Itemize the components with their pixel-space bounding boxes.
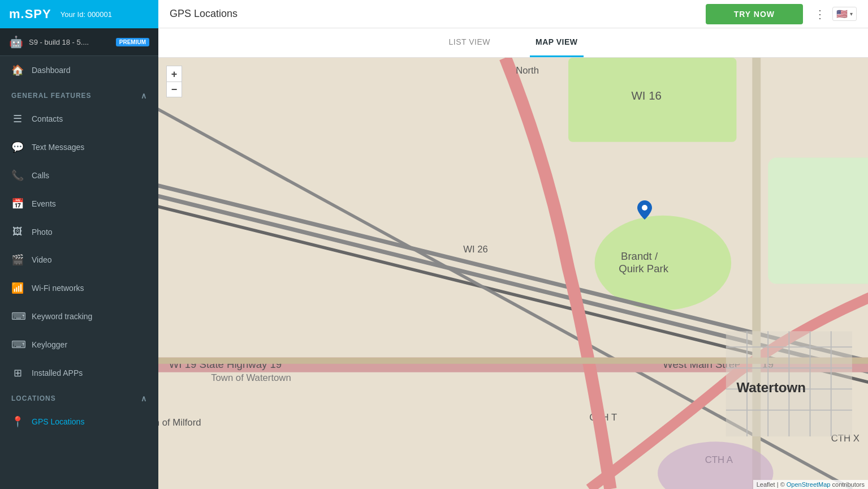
svg-point-56 [642, 205, 647, 211]
home-icon: 🏠 [11, 64, 24, 76]
video-icon: 🎬 [11, 254, 24, 266]
zoom-out-button[interactable]: − [166, 82, 182, 97]
sidebar-item-events[interactable]: 📅 Events [0, 190, 158, 218]
content-area: LIST VIEW MAP VIEW WI 16 Brandt / Quirk … [158, 28, 868, 489]
sidebar-item-text-messages[interactable]: 💬 Text Messages [0, 133, 158, 161]
page-title: GPS Locations [170, 8, 706, 20]
svg-rect-45 [768, 158, 868, 284]
contacts-icon: ☰ [11, 113, 24, 125]
chevron-down-icon: ▾ [850, 11, 853, 17]
header-right: GPS Locations TRY NOW ⋮ 🇺🇸 ▾ [158, 0, 868, 28]
sidebar-item-label: Installed APPs [32, 368, 83, 378]
section-title: LOCATIONS [11, 394, 56, 402]
tab-map-view[interactable]: MAP VIEW [530, 28, 584, 57]
sidebar-item-installed-apps[interactable]: ⊞ Installed APPs [0, 359, 158, 387]
premium-badge: PREMIUM [116, 38, 149, 46]
sidebar-item-label: Calls [32, 171, 49, 180]
general-features-section-header: GENERAL FEATURES ∧ [0, 84, 158, 105]
sidebar-item-gps-locations[interactable]: 📍 GPS Locations [0, 408, 158, 436]
sidebar-item-calls[interactable]: 📞 Calls [0, 161, 158, 190]
user-id: Your Id: 000001 [61, 10, 112, 19]
svg-text:Town of Watertown: Town of Watertown [211, 372, 291, 383]
svg-text:WI 26: WI 26 [463, 244, 488, 255]
svg-text:WI 16: WI 16 [632, 89, 662, 102]
chevron-up-icon[interactable]: ∧ [141, 91, 147, 100]
calls-icon: 📞 [11, 169, 24, 182]
sidebar-item-label: Video [32, 255, 52, 264]
map-view[interactable]: WI 16 Brandt / Quirk Park WI 19 State Hi… [158, 58, 868, 489]
locations-section-header: LOCATIONS ∧ [0, 387, 158, 408]
sidebar-item-label: Wi-Fi networks [32, 284, 84, 293]
sidebar-item-label: Dashboard [32, 66, 71, 75]
sidebar-item-wifi[interactable]: 📶 Wi-Fi networks [0, 274, 158, 302]
sidebar-item-label: GPS Locations [32, 417, 84, 426]
map-marker [637, 200, 652, 222]
header-icons: ⋮ 🇺🇸 ▾ [814, 7, 857, 21]
section-title: GENERAL FEATURES [11, 92, 92, 100]
main-layout: 🤖 S9 - build 18 - 5.... PREMIUM 🏠 Dashbo… [0, 28, 868, 489]
sidebar-item-keyword-tracking[interactable]: ⌨ Keyword tracking [0, 302, 158, 331]
more-options-icon[interactable]: ⋮ [814, 7, 826, 21]
try-now-button[interactable]: TRY NOW [706, 4, 803, 24]
sidebar-item-label: Contacts [32, 114, 63, 123]
flag-icon: 🇺🇸 [836, 8, 848, 19]
sidebar-item-photo[interactable]: 🖼 Photo [0, 218, 158, 246]
apps-icon: ⊞ [11, 367, 24, 379]
sidebar: 🤖 S9 - build 18 - 5.... PREMIUM 🏠 Dashbo… [0, 28, 158, 489]
svg-text:Brandt /: Brandt / [621, 250, 658, 262]
events-icon: 📅 [11, 198, 24, 210]
top-header: m.SPY Your Id: 000001 GPS Locations TRY … [0, 0, 868, 28]
map-container: WI 16 Brandt / Quirk Park WI 19 State Hi… [158, 58, 868, 489]
map-attribution: Leaflet | © OpenStreetMap contributors [753, 480, 868, 489]
sidebar-item-video[interactable]: 🎬 Video [0, 246, 158, 274]
keyword-icon: ⌨ [11, 310, 24, 323]
svg-text:North: North [516, 65, 539, 76]
keylogger-icon: ⌨ [11, 338, 24, 351]
photo-icon: 🖼 [11, 226, 24, 238]
tab-list-view[interactable]: LIST VIEW [443, 28, 495, 57]
text-messages-icon: 💬 [11, 141, 24, 153]
sidebar-item-label: Text Messages [32, 143, 84, 152]
gps-icon: 📍 [11, 415, 24, 428]
sidebar-item-contacts[interactable]: ☰ Contacts [0, 105, 158, 133]
wifi-icon: 📶 [11, 282, 24, 294]
contributors-text: contributors [830, 481, 865, 488]
logo: m.SPY [9, 7, 51, 22]
map-controls: + − [166, 66, 182, 97]
tabs-bar: LIST VIEW MAP VIEW [158, 28, 868, 58]
leaflet-text: Leaflet | © [757, 481, 787, 488]
sidebar-item-label: Keylogger [32, 340, 67, 349]
device-icon: 🤖 [9, 35, 23, 49]
zoom-in-button[interactable]: + [166, 66, 182, 82]
osm-link[interactable]: OpenStreetMap [787, 481, 831, 488]
svg-text:Quirk Park: Quirk Park [619, 263, 668, 274]
sidebar-item-label: Photo [32, 228, 53, 237]
sidebar-item-keylogger[interactable]: ⌨ Keylogger [0, 331, 158, 359]
sidebar-item-dashboard[interactable]: 🏠 Dashboard [0, 56, 158, 84]
device-name: S9 - build 18 - 5.... [29, 38, 116, 46]
logo-area: m.SPY Your Id: 000001 [0, 0, 158, 28]
svg-text:Watertown: Watertown [736, 380, 806, 395]
svg-text:Town of Milford: Town of Milford [158, 417, 201, 428]
sidebar-item-label: Events [32, 199, 56, 208]
device-bar[interactable]: 🤖 S9 - build 18 - 5.... PREMIUM [0, 28, 158, 56]
sidebar-item-label: Keyword tracking [32, 312, 92, 321]
chevron-up-icon[interactable]: ∧ [141, 394, 147, 403]
language-selector[interactable]: 🇺🇸 ▾ [832, 7, 857, 21]
